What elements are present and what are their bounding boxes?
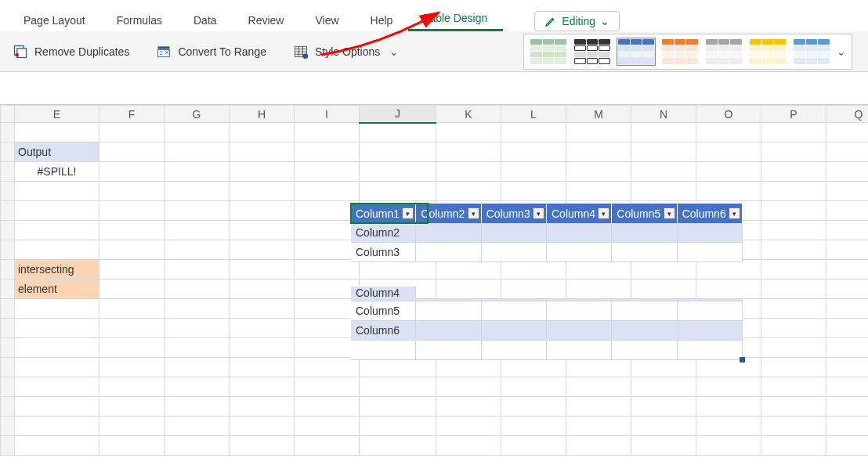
convert-to-range-button[interactable]: Convert To Range <box>153 41 269 63</box>
table-cell[interactable]: Column2 <box>351 223 416 243</box>
col-header-j[interactable]: J <box>360 106 436 123</box>
table-cell[interactable] <box>351 341 416 360</box>
filter-dropdown-icon[interactable]: ▾ <box>598 207 609 219</box>
table-style-thumb-2[interactable] <box>573 38 612 66</box>
table-header-cell[interactable]: Column3▾ <box>482 204 547 223</box>
table-row[interactable]: Column4 <box>351 262 743 301</box>
table-style-gallery: ⌄ <box>523 34 852 70</box>
worksheet-grid[interactable]: E F G H I J K L M N O P Q Output #SPILL!… <box>0 105 868 456</box>
table-style-thumb-4[interactable] <box>660 38 700 66</box>
tab-help[interactable]: Help <box>355 8 409 31</box>
formula-bar-area <box>0 72 868 105</box>
col-header-l[interactable]: L <box>501 106 566 123</box>
table-header-cell[interactable]: Column4▾ <box>547 204 612 223</box>
cell-output-label[interactable]: Output <box>15 142 99 162</box>
filter-dropdown-icon[interactable]: ▾ <box>664 207 675 219</box>
convert-to-range-icon <box>156 44 172 60</box>
tab-page-layout[interactable]: Page Layout <box>8 8 101 31</box>
pencil-icon <box>544 15 557 27</box>
table-row[interactable]: Column2 <box>351 223 743 243</box>
table-cell[interactable]: Column6 <box>351 321 416 341</box>
tab-table-design[interactable]: Table Design <box>408 5 503 31</box>
table-style-thumb-3[interactable] <box>617 38 656 66</box>
table-row[interactable]: Column3 <box>351 243 743 262</box>
table-row[interactable]: Column5 <box>351 301 743 321</box>
select-all-corner[interactable] <box>1 106 15 123</box>
table-cell[interactable]: Column5 <box>351 301 416 321</box>
col-header-k[interactable]: K <box>436 106 501 123</box>
table-row[interactable]: Column6 <box>351 321 743 341</box>
cell-element[interactable]: element <box>15 279 99 299</box>
editing-label: Editing <box>562 15 595 27</box>
table-header-row: Column1▾ Column2▾ Column3▾ Column4▾ Colu… <box>351 204 743 223</box>
filter-dropdown-icon[interactable]: ▾ <box>533 207 544 219</box>
col-header-g[interactable]: G <box>165 106 230 123</box>
editing-mode-button[interactable]: Editing ⌄ <box>534 11 620 31</box>
col-header-p[interactable]: P <box>761 106 826 123</box>
table-cell[interactable]: Column4 <box>351 287 416 301</box>
table-header-label: Column1 <box>356 207 400 220</box>
remove-duplicates-button[interactable]: Remove Duplicates <box>9 41 132 63</box>
tab-data[interactable]: Data <box>178 8 233 31</box>
table-header-cell[interactable]: Column6▾ <box>678 204 743 223</box>
col-header-m[interactable]: M <box>566 106 631 123</box>
convert-to-range-label: Convert To Range <box>178 45 266 58</box>
table-style-thumb-7[interactable] <box>792 38 831 66</box>
table-header-label: Column4 <box>552 207 596 220</box>
col-header-f[interactable]: F <box>99 106 165 123</box>
cell-intersecting[interactable]: intersecting <box>15 260 99 279</box>
table-header-cell[interactable]: Column2▾ <box>416 204 481 223</box>
svg-point-5 <box>302 53 308 59</box>
ribbon-tabs: Page Layout Formulas Data Review View He… <box>0 0 868 31</box>
filter-dropdown-icon[interactable]: ▾ <box>468 207 479 219</box>
table-header-cell[interactable]: Column1▾ <box>351 204 416 223</box>
remove-duplicates-label: Remove Duplicates <box>34 45 129 58</box>
col-header-h[interactable]: H <box>230 106 295 123</box>
table-header-cell[interactable]: Column5▾ <box>612 204 677 223</box>
style-options-button[interactable]: Style Options ⌄ <box>290 41 402 63</box>
column-header-row: E F G H I J K L M N O P Q <box>1 106 869 123</box>
filter-dropdown-icon[interactable]: ▾ <box>729 207 740 219</box>
col-header-n[interactable]: N <box>631 106 696 123</box>
cell-spill-error[interactable]: #SPILL! <box>15 162 99 182</box>
gallery-more-button[interactable]: ⌄ <box>836 45 847 58</box>
chevron-down-icon: ⌄ <box>389 45 399 58</box>
table-header-label: Column3 <box>486 207 531 220</box>
filter-dropdown-icon[interactable]: ▾ <box>402 207 414 219</box>
table-cell[interactable]: Column3 <box>351 243 416 262</box>
col-header-e[interactable]: E <box>15 106 99 123</box>
chevron-down-icon: ⌄ <box>600 15 609 27</box>
tab-review[interactable]: Review <box>233 8 300 31</box>
table-style-thumb-5[interactable] <box>704 38 743 66</box>
style-options-label: Style Options <box>315 45 380 58</box>
svg-rect-1 <box>17 48 27 57</box>
tab-view[interactable]: View <box>299 8 354 31</box>
excel-table[interactable]: Column1▾ Column2▾ Column3▾ Column4▾ Colu… <box>351 204 743 360</box>
table-style-thumb-1[interactable] <box>529 38 568 66</box>
table-style-thumb-6[interactable] <box>748 38 787 66</box>
col-header-q[interactable]: Q <box>826 106 869 123</box>
style-options-icon <box>293 44 309 60</box>
table-body: Column2 Column3 Column4 Column5 Column6 <box>351 223 743 360</box>
svg-rect-2 <box>158 46 170 49</box>
table-header-label: Column6 <box>682 207 727 220</box>
table-header-label: Column5 <box>617 207 661 220</box>
tab-formulas[interactable]: Formulas <box>101 8 178 31</box>
ribbon-toolbar: Remove Duplicates Convert To Range Style… <box>0 31 868 72</box>
col-header-i[interactable]: I <box>295 106 360 123</box>
col-header-o[interactable]: O <box>696 106 761 123</box>
table-header-label: Column2 <box>421 207 465 220</box>
table-row[interactable] <box>351 341 743 360</box>
remove-duplicates-icon <box>13 44 28 60</box>
